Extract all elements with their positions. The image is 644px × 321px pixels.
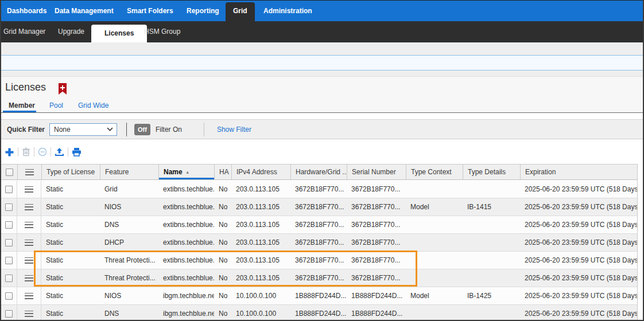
cell-type: Static — [41, 234, 100, 251]
column-header-context[interactable]: Type Context — [406, 165, 463, 179]
cell-text: extibns.techblue.net — [163, 274, 214, 282]
cell-text: 3672B18F770... — [351, 256, 400, 264]
cell-name: ibgm.techblue.net — [158, 287, 214, 304]
column-header-feature[interactable]: Feature — [100, 165, 158, 179]
table-row[interactable]: StaticDHCPextibns.techblue.netNo203.0.11… — [1, 234, 637, 252]
row-menu-icon[interactable] — [25, 275, 33, 281]
quick-filter-bar: Quick Filter None Off Filter On Show Fil… — [1, 119, 643, 139]
top-nav-item-administration[interactable]: Administration — [263, 1, 312, 21]
column-header-type[interactable]: Type of License — [41, 165, 100, 179]
table-row[interactable]: StaticDNSextibns.techblue.netNo203.0.113… — [1, 216, 637, 234]
cell-details — [463, 181, 520, 198]
top-nav-item-data-management[interactable]: Data Management — [55, 1, 114, 21]
sub-nav-item-grid-manager[interactable]: Grid Manager — [3, 21, 45, 42]
table-row[interactable]: StaticThreat Protecti...extibns.techblue… — [1, 252, 637, 269]
row-checkbox[interactable] — [5, 275, 13, 282]
table-row[interactable]: StaticGridextibns.techblue.netNo203.0.11… — [1, 181, 637, 198]
filter-toggle-button[interactable]: Off — [134, 124, 150, 135]
cell-expiration: 2025-06-20 23:59:59 UTC (518 Days) — [520, 287, 637, 304]
sub-nav-item-licenses[interactable]: Licenses — [91, 25, 147, 42]
column-header-select[interactable] — [1, 165, 17, 179]
column-header-expiration[interactable]: Expiration — [520, 165, 637, 179]
cell-feature: NIOS — [100, 287, 158, 304]
tab-pool[interactable]: Pool — [49, 101, 63, 109]
top-nav-item-smart-folders[interactable]: Smart Folders — [127, 1, 173, 21]
upload-icon[interactable] — [55, 147, 64, 156]
tab-member[interactable]: Member — [9, 101, 35, 109]
row-menu-icon[interactable] — [25, 257, 33, 264]
row-menu-icon[interactable] — [25, 222, 33, 228]
scrollbar-gutter[interactable] — [637, 164, 643, 320]
select-all-checkbox[interactable] — [6, 169, 13, 176]
column-header-ha[interactable]: HA — [214, 165, 231, 179]
cell-text: Static — [46, 256, 63, 264]
table-row[interactable]: StaticDNSibgm.techblue.netNo10.100.0.100… — [1, 305, 637, 321]
cell-text: Static — [46, 221, 63, 229]
row-menu-icon[interactable] — [25, 186, 33, 193]
cell-text: ibgm.techblue.net — [163, 292, 214, 300]
header-menu-icon[interactable] — [25, 169, 34, 175]
divider — [51, 147, 51, 156]
top-nav-item-dashboards[interactable]: Dashboards — [7, 1, 46, 21]
table-row[interactable]: StaticThreat Protecti...extibns.techblue… — [1, 269, 637, 287]
cell-text: 1B888FD244D... — [351, 292, 402, 300]
cell-text: 2025-06-20 23:59:59 UTC (518 Days) — [525, 256, 637, 264]
cell-serial: 3672B18F770... — [347, 252, 406, 269]
cell-text: NIOS — [104, 292, 121, 300]
top-nav-item-grid[interactable]: Grid — [226, 2, 255, 21]
table-row[interactable]: StaticNIOSibgm.techblue.netNo10.100.0.10… — [1, 287, 637, 305]
column-header-hardware[interactable]: Hardware/Grid ... — [290, 165, 347, 179]
cell-details — [463, 234, 520, 251]
row-menu-icon[interactable] — [25, 311, 33, 317]
cell-expiration: 2025-06-20 23:59:59 UTC (518 Days) — [520, 198, 637, 216]
row-menu-icon[interactable] — [25, 204, 33, 210]
column-header-details[interactable]: Type Details — [463, 165, 520, 179]
column-header-name[interactable]: Name▲ — [158, 165, 214, 179]
cell-serial: 3672B18F770... — [347, 198, 406, 216]
cell-ipv4: 203.0.113.105 — [231, 234, 290, 251]
cell-text: 203.0.113.105 — [236, 221, 280, 229]
column-header-label: HA — [219, 168, 229, 176]
row-checkbox[interactable] — [5, 186, 13, 193]
row-checkbox[interactable] — [5, 239, 13, 246]
column-header-ipv4[interactable]: IPv4 Address — [231, 165, 290, 179]
cell-expiration: 2025-06-20 23:59:59 UTC (518 Days) — [520, 269, 637, 287]
row-checkbox[interactable] — [5, 310, 13, 318]
cell-type: Static — [41, 269, 100, 287]
column-header-label: IPv4 Address — [236, 168, 277, 176]
tab-grid-wide[interactable]: Grid Wide — [78, 101, 108, 109]
cell-name: extibns.techblue.net — [158, 234, 214, 251]
column-header-menu[interactable] — [17, 165, 41, 179]
cell-text: DNS — [104, 221, 119, 229]
quick-filter-label: Quick Filter — [7, 126, 45, 134]
row-menu-icon[interactable] — [25, 240, 33, 246]
cell-text: 3672B18F770... — [295, 185, 344, 193]
cell-text: No — [219, 292, 227, 300]
table-row[interactable]: StaticNIOSextibns.techblue.netNo203.0.11… — [1, 198, 637, 216]
quick-filter-select[interactable]: None — [49, 123, 117, 136]
info-band — [1, 55, 643, 71]
cell-ha: No — [214, 269, 231, 287]
cell-name: ibgm.techblue.net — [158, 305, 214, 321]
divider — [126, 123, 127, 136]
sub-nav-item-hsm-group[interactable]: HSM Group — [144, 21, 180, 42]
top-nav-item-reporting[interactable]: Reporting — [187, 1, 219, 21]
column-header-label: Type Context — [411, 168, 452, 176]
row-menu-cell — [17, 269, 41, 287]
row-checkbox[interactable] — [5, 292, 13, 300]
app-window: DashboardsData ManagementSmart FoldersRe… — [0, 0, 644, 321]
print-icon[interactable] — [72, 147, 82, 156]
row-checkbox[interactable] — [5, 257, 13, 264]
cell-serial: 3672B18F770... — [347, 234, 406, 251]
sub-nav-item-upgrade[interactable]: Upgrade — [58, 21, 84, 42]
row-checkbox[interactable] — [5, 203, 13, 211]
show-filter-link[interactable]: Show Filter — [217, 126, 251, 134]
cell-text: No — [219, 310, 227, 318]
bookmark-add-icon[interactable] — [59, 83, 67, 95]
cell-ha: No — [214, 216, 231, 233]
add-icon[interactable] — [5, 147, 14, 157]
column-header-serial[interactable]: Serial Number — [347, 165, 406, 179]
row-menu-icon[interactable] — [25, 293, 33, 299]
row-checkbox[interactable] — [5, 221, 13, 229]
cell-text: Static — [46, 292, 63, 300]
